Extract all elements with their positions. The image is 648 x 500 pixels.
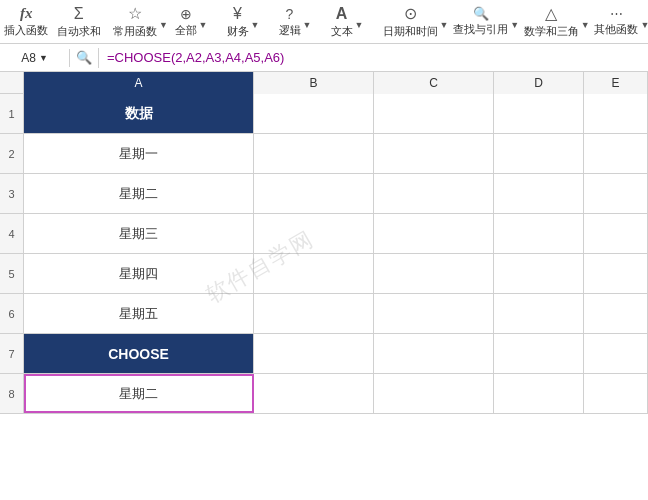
- table-row: 5 星期四: [0, 254, 648, 294]
- math-label: 数学和三角: [524, 24, 579, 39]
- cell-c2[interactable]: [374, 134, 494, 173]
- text-icon: A: [336, 5, 348, 23]
- datetime-label: 日期和时间: [383, 24, 438, 39]
- common-fn-label: 常用函数: [113, 24, 157, 39]
- corner-cell: [0, 72, 24, 93]
- zoom-icon: 🔍: [70, 50, 98, 65]
- col-header-d[interactable]: D: [494, 72, 584, 94]
- cell-a7-value: CHOOSE: [108, 346, 169, 362]
- cell-a8[interactable]: 星期二: [24, 374, 254, 413]
- cell-e4[interactable]: [584, 214, 648, 253]
- autosum-btn[interactable]: Σ 自动求和: [60, 5, 96, 39]
- row-num-4: 4: [0, 214, 24, 253]
- cell-c4[interactable]: [374, 214, 494, 253]
- cell-e7[interactable]: [584, 334, 648, 373]
- cell-a7[interactable]: CHOOSE: [24, 334, 254, 373]
- cell-c7[interactable]: [374, 334, 494, 373]
- dropdown-arrow-icon[interactable]: ▼: [39, 53, 48, 63]
- cell-d8[interactable]: [494, 374, 584, 413]
- triangle-icon: △: [545, 4, 557, 23]
- finance-btn[interactable]: ¥ 财务 ▼: [227, 5, 263, 39]
- cell-d7[interactable]: [494, 334, 584, 373]
- cell-a1[interactable]: 数据: [24, 94, 254, 133]
- chevron-down-icon-3: ▼: [251, 20, 260, 30]
- table-row: 2 星期一: [0, 134, 648, 174]
- cell-d4[interactable]: [494, 214, 584, 253]
- cell-b2[interactable]: [254, 134, 374, 173]
- cell-ref-value: A8: [21, 51, 36, 65]
- cell-a3-value: 星期二: [119, 185, 158, 203]
- more-icon: ⋯: [610, 6, 623, 21]
- table-row: 4 星期三: [0, 214, 648, 254]
- cell-a5-value: 星期四: [119, 265, 158, 283]
- sigma-icon: Σ: [74, 5, 84, 23]
- fx-icon: fx: [20, 5, 33, 22]
- cell-a6[interactable]: 星期五: [24, 294, 254, 333]
- app-container: fx 插入函数 Σ 自动求和 ☆ 常用函数 ▼ ⊕ 全部 ▼ ¥ 财务: [0, 0, 648, 500]
- datetime-btn[interactable]: ⊙ 日期和时间 ▼: [383, 4, 438, 39]
- toolbar: fx 插入函数 Σ 自动求和 ☆ 常用函数 ▼ ⊕ 全部 ▼ ¥ 财务: [0, 0, 648, 44]
- cell-b8[interactable]: [254, 374, 374, 413]
- chevron-down-icon-6: ▼: [440, 20, 449, 30]
- star-icon: ☆: [128, 4, 142, 23]
- row-num-7: 7: [0, 334, 24, 373]
- cell-b7[interactable]: [254, 334, 374, 373]
- lookup-btn[interactable]: 🔍 查找与引用 ▼: [453, 6, 508, 37]
- cell-e2[interactable]: [584, 134, 648, 173]
- cell-a2[interactable]: 星期一: [24, 134, 254, 173]
- logic-btn[interactable]: ? 逻辑 ▼: [279, 6, 315, 38]
- more-fn-btn[interactable]: ⋯ 其他函数 ▼: [594, 6, 640, 37]
- cell-b5[interactable]: [254, 254, 374, 293]
- cell-e8[interactable]: [584, 374, 648, 413]
- cell-a2-value: 星期一: [119, 145, 158, 163]
- cell-reference-box[interactable]: A8 ▼: [0, 49, 70, 67]
- cell-e3[interactable]: [584, 174, 648, 213]
- cell-d3[interactable]: [494, 174, 584, 213]
- cell-a5[interactable]: 星期四: [24, 254, 254, 293]
- cell-e1[interactable]: [584, 94, 648, 133]
- cell-a8-value: 星期二: [119, 385, 158, 403]
- chevron-down-icon-2: ▼: [199, 20, 208, 30]
- more-fn-label: 其他函数: [594, 22, 638, 37]
- col-header-e[interactable]: E: [584, 72, 648, 94]
- col-header-b[interactable]: B: [254, 72, 374, 94]
- cell-a3[interactable]: 星期二: [24, 174, 254, 213]
- all-fn-btn[interactable]: ⊕ 全部 ▼: [175, 6, 211, 38]
- table-row: 1 数据: [0, 94, 648, 134]
- cell-a1-value: 数据: [125, 105, 153, 123]
- cell-b1[interactable]: [254, 94, 374, 133]
- text-btn[interactable]: A 文本 ▼: [331, 5, 367, 39]
- chevron-down-icon-9: ▼: [640, 20, 648, 30]
- cell-d6[interactable]: [494, 294, 584, 333]
- text-label: 文本: [331, 24, 353, 39]
- common-fn-btn[interactable]: ☆ 常用函数 ▼: [113, 4, 159, 39]
- cell-c6[interactable]: [374, 294, 494, 333]
- cell-e6[interactable]: [584, 294, 648, 333]
- cell-e5[interactable]: [584, 254, 648, 293]
- finance-label: 财务: [227, 24, 249, 39]
- insert-fn-btn[interactable]: fx 插入函数: [8, 5, 44, 38]
- cell-a4[interactable]: 星期三: [24, 214, 254, 253]
- cell-c3[interactable]: [374, 174, 494, 213]
- cell-b6[interactable]: [254, 294, 374, 333]
- cell-d1[interactable]: [494, 94, 584, 133]
- cell-d5[interactable]: [494, 254, 584, 293]
- lookup-icon: 🔍: [473, 6, 489, 21]
- cell-c1[interactable]: [374, 94, 494, 133]
- cell-c8[interactable]: [374, 374, 494, 413]
- row-num-3: 3: [0, 174, 24, 213]
- row-num-5: 5: [0, 254, 24, 293]
- col-header-c[interactable]: C: [374, 72, 494, 94]
- cell-d2[interactable]: [494, 134, 584, 173]
- chevron-down-icon-4: ▼: [303, 20, 312, 30]
- cell-b3[interactable]: [254, 174, 374, 213]
- col-header-a[interactable]: A: [24, 72, 254, 94]
- math-btn[interactable]: △ 数学和三角 ▼: [524, 4, 579, 39]
- cell-a6-value: 星期五: [119, 305, 158, 323]
- cell-c5[interactable]: [374, 254, 494, 293]
- insert-fn-label: 插入函数: [4, 23, 48, 38]
- formula-bar: A8 ▼ 🔍: [0, 44, 648, 72]
- cell-b4[interactable]: [254, 214, 374, 253]
- chevron-down-icon: ▼: [159, 20, 168, 30]
- formula-input[interactable]: [99, 48, 648, 67]
